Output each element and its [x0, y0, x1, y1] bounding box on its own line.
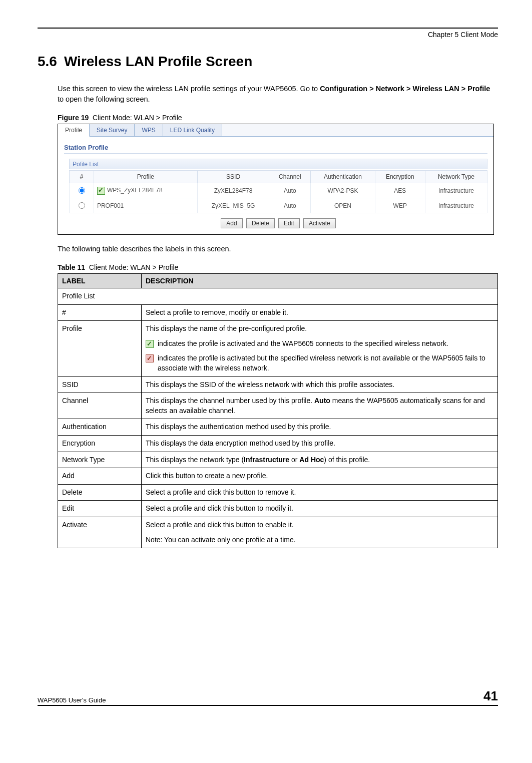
description-table: LABEL DESCRIPTION Profile List # Select …: [58, 273, 498, 548]
activate-button[interactable]: Activate: [303, 218, 336, 228]
table-row: WPS_ZyXEL284F78 ZyXEL284F78 Auto WPA2-PS…: [70, 183, 487, 198]
tab-profile[interactable]: Profile: [58, 124, 90, 137]
delete-button[interactable]: Delete: [246, 218, 275, 228]
station-profile-title: Station Profile: [64, 144, 487, 151]
col-enc: Encryption: [375, 171, 425, 183]
edit-button[interactable]: Edit: [278, 218, 300, 228]
tab-bar: Profile Site Survey WPS LED Link Quality: [58, 124, 493, 137]
profile-radio[interactable]: [79, 202, 85, 209]
page-number: 41: [483, 688, 498, 704]
col-auth: Authentication: [311, 171, 375, 183]
col-ssid: SSID: [197, 171, 269, 183]
intro-paragraph: Use this screen to view the wireless LAN…: [58, 84, 498, 105]
section-number: 5.6: [38, 54, 57, 69]
profile-radio[interactable]: [79, 187, 85, 194]
tab-led-link-quality[interactable]: LED Link Quality: [163, 124, 222, 136]
page-footer: WAP5605 User's Guide 41: [38, 688, 498, 706]
pofile-list-title: Pofile List: [69, 159, 487, 169]
col-channel: Channel: [269, 171, 311, 183]
section-title: Wireless LAN Profile Screen: [64, 54, 252, 69]
active-green-icon: [146, 340, 154, 348]
wlan-profile-screenshot: Profile Site Survey WPS LED Link Quality…: [58, 124, 494, 235]
col-profile: Profile: [94, 171, 197, 183]
footer-guide: WAP5605 User's Guide: [38, 696, 106, 704]
tab-site-survey[interactable]: Site Survey: [90, 124, 135, 136]
tab-wps[interactable]: WPS: [135, 124, 163, 136]
desc-head-label: LABEL: [58, 274, 142, 288]
active-check-icon: [97, 187, 105, 195]
desc-head-desc: DESCRIPTION: [142, 274, 498, 288]
desc-profile-list: Profile List: [58, 288, 498, 305]
profile-table: # Profile SSID Channel Authentication En…: [69, 170, 487, 213]
col-num: #: [70, 171, 94, 183]
button-row: Add Delete Edit Activate: [69, 213, 487, 230]
chapter-header: Chapter 5 Client Mode: [428, 31, 498, 39]
section-heading: 5.6Wireless LAN Profile Screen: [38, 54, 498, 70]
col-ntype: Network Type: [425, 171, 487, 183]
table-caption: Table 11 Client Mode: WLAN > Profile: [58, 263, 498, 271]
after-figure-text: The following table describes the labels…: [58, 244, 498, 254]
add-button[interactable]: Add: [221, 218, 242, 228]
table-row: PROF001 ZyXEL_MIS_5G Auto OPEN WEP Infra…: [70, 198, 487, 213]
figure-caption: Figure 19 Client Mode: WLAN > Profile: [58, 114, 498, 122]
active-red-icon: [146, 354, 154, 362]
